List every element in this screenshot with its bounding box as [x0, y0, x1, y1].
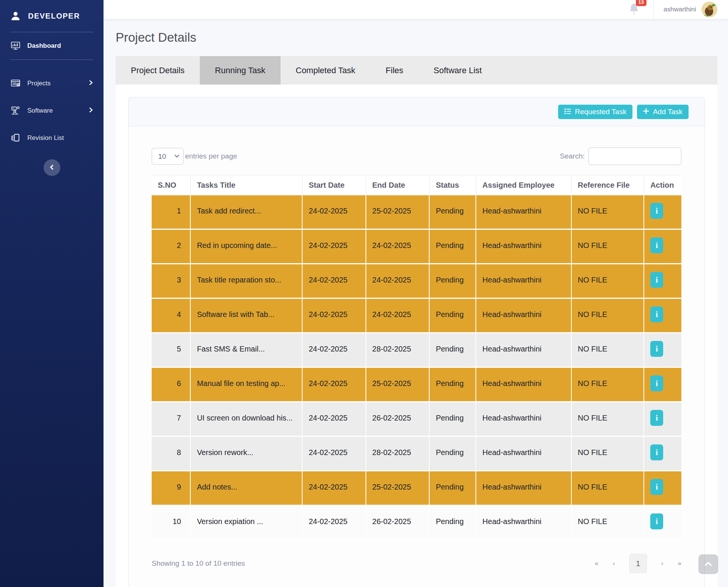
column-header-assigned-employee[interactable]: Assigned Employee: [476, 175, 571, 195]
cell-action: i: [644, 299, 681, 333]
column-header-status[interactable]: Status: [430, 175, 476, 195]
pagination-current-page[interactable]: 1: [629, 554, 647, 573]
chevron-left-icon: [49, 165, 55, 171]
row-info-button[interactable]: i: [650, 272, 663, 288]
sidebar-divider: [10, 60, 94, 60]
row-info-button[interactable]: i: [650, 375, 663, 391]
cell-action: i: [644, 230, 681, 264]
table-footer: Showing 1 to 10 of 10 entries « ‹ 1 › »: [152, 554, 681, 573]
sidebar-item-dashboard[interactable]: Dashboard: [0, 32, 104, 60]
username: ashwarthini: [664, 6, 696, 13]
cell-assigned-employee: Head-ashwarthini: [476, 471, 571, 506]
cell-start-date: 24-02-2025: [303, 402, 366, 437]
cell-end-date: 24-02-2025: [366, 299, 430, 333]
row-info-button[interactable]: i: [650, 306, 663, 322]
cell-end-date: 26-02-2025: [366, 402, 430, 437]
column-header-action[interactable]: Action: [644, 175, 681, 195]
bell-icon: [628, 10, 640, 16]
tab-project-details[interactable]: Project Details: [116, 56, 200, 85]
row-info-button[interactable]: i: [650, 444, 663, 460]
table-row: 4 Software list with Tab... 24-02-2025 2…: [152, 299, 681, 333]
content: Project Details Project Details Running …: [104, 19, 728, 587]
notifications-button[interactable]: 13: [620, 0, 648, 19]
row-info-button[interactable]: i: [650, 341, 663, 357]
column-header-tasks-title[interactable]: Tasks Title: [191, 175, 303, 195]
requested-task-button[interactable]: Requested Task: [558, 105, 632, 119]
sidebar-item-revision-list[interactable]: Revision List: [0, 124, 104, 152]
cell-sno: 2: [152, 230, 191, 264]
cell-assigned-employee: Head-ashwarthini: [476, 195, 571, 230]
column-header-reference-file[interactable]: Reference File: [572, 175, 644, 195]
sidebar-item-projects[interactable]: Projects: [0, 70, 104, 97]
entries-summary: Showing 1 to 10 of 10 entries: [152, 559, 245, 568]
pagination-last[interactable]: »: [678, 560, 681, 567]
cell-tasks-title: Task add redirect...: [191, 195, 303, 230]
add-task-label: Add Task: [653, 108, 682, 116]
sidebar-collapse-area: [0, 159, 104, 176]
table-row: 7 UI screen on download his... 24-02-202…: [152, 402, 681, 437]
column-header-end-date[interactable]: End Date: [366, 175, 430, 195]
add-task-button[interactable]: Add Task: [637, 105, 689, 119]
cell-reference-file: NO FILE: [572, 264, 644, 299]
tab-software-list[interactable]: Software List: [419, 56, 497, 85]
cell-assigned-employee: Head-ashwarthini: [476, 506, 571, 540]
row-info-button[interactable]: i: [650, 237, 663, 253]
sidebar-brand[interactable]: DEVELOPER: [0, 0, 104, 32]
tab-completed-task[interactable]: Completed Task: [281, 56, 370, 85]
table-row: 9 Add notes... 24-02-2025 25-02-2025 Pen…: [152, 471, 681, 506]
cell-reference-file: NO FILE: [572, 506, 644, 540]
entries-per-page-select[interactable]: 10: [152, 148, 184, 165]
scroll-top-button[interactable]: [698, 554, 718, 574]
sidebar-item-software[interactable]: Software: [0, 97, 104, 124]
cell-start-date: 24-02-2025: [303, 437, 366, 471]
row-info-button[interactable]: i: [650, 479, 663, 495]
cell-end-date: 28-02-2025: [366, 333, 430, 368]
chevron-up-icon: [704, 561, 712, 568]
pagination-prev[interactable]: ‹: [613, 560, 615, 567]
cell-start-date: 24-02-2025: [303, 195, 366, 230]
column-header-start-date[interactable]: Start Date: [303, 175, 366, 195]
table-row: 6 Manual file on testing ap... 24-02-202…: [152, 368, 681, 402]
cell-reference-file: NO FILE: [572, 195, 644, 230]
cell-status: Pending: [430, 437, 476, 471]
cell-status: Pending: [430, 333, 476, 368]
cell-sno: 8: [152, 437, 191, 471]
row-info-button[interactable]: i: [650, 203, 663, 219]
software-icon: [10, 105, 21, 116]
cell-assigned-employee: Head-ashwarthini: [476, 264, 571, 299]
sidebar-collapse-button[interactable]: [44, 159, 60, 176]
table-row: 8 Version rework... 24-02-2025 28-02-202…: [152, 437, 681, 471]
cell-end-date: 25-02-2025: [366, 368, 430, 402]
table-header-row: S.NO Tasks Title Start Date End Date Sta…: [152, 175, 681, 195]
cell-sno: 6: [152, 368, 191, 402]
cell-sno: 5: [152, 333, 191, 368]
task-card: Requested Task Add Task: [128, 97, 705, 587]
pagination-first[interactable]: «: [595, 560, 598, 567]
tab-pane: Project Details Running Task Completed T…: [116, 56, 717, 587]
cell-action: i: [644, 437, 681, 471]
pagination-next[interactable]: ›: [661, 560, 664, 567]
sidebar-item-label: Dashboard: [27, 42, 94, 50]
cell-action: i: [644, 333, 681, 368]
tab-running-task[interactable]: Running Task: [200, 56, 281, 85]
cell-sno: 4: [152, 299, 191, 333]
cell-sno: 3: [152, 264, 191, 299]
cell-action: i: [644, 368, 681, 402]
cell-sno: 9: [152, 471, 191, 506]
row-info-button[interactable]: i: [650, 410, 663, 426]
search-input[interactable]: [588, 148, 681, 165]
requested-task-label: Requested Task: [575, 108, 626, 116]
user-menu[interactable]: ashwarthini: [664, 2, 717, 17]
search-label: Search:: [560, 152, 585, 160]
dashboard-icon: [10, 41, 21, 51]
checklist-icon: [564, 108, 571, 116]
page-title: Project Details: [116, 30, 717, 45]
avatar: [701, 2, 717, 17]
cell-start-date: 24-02-2025: [303, 506, 366, 540]
cell-tasks-title: UI screen on download his...: [191, 402, 303, 437]
column-header-sno[interactable]: S.NO: [152, 175, 191, 195]
tab-files[interactable]: Files: [370, 56, 418, 85]
row-info-button[interactable]: i: [650, 513, 663, 529]
cell-reference-file: NO FILE: [572, 299, 644, 333]
cell-action: i: [644, 506, 681, 540]
